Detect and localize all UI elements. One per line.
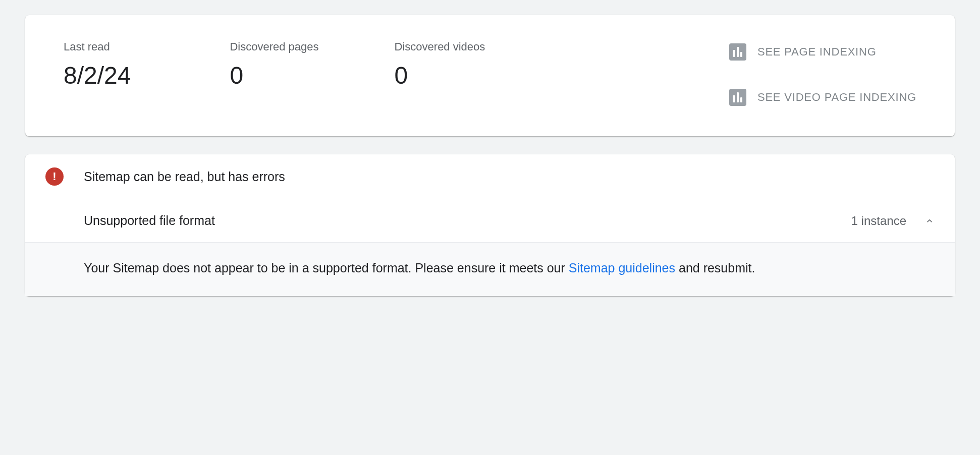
stat-last-read: Last read 8/2/24 <box>64 40 131 88</box>
actions-column: SEE PAGE INDEXING SEE VIDEO PAGE INDEXIN… <box>729 40 916 106</box>
error-detail-prefix: Your Sitemap does not appear to be in a … <box>84 261 569 275</box>
see-page-indexing-button[interactable]: SEE PAGE INDEXING <box>729 43 916 61</box>
error-icon: ! <box>45 167 64 186</box>
error-detail-panel: Your Sitemap does not appear to be in a … <box>25 243 955 296</box>
stat-discovered-pages: Discovered pages 0 <box>230 40 318 88</box>
error-item-right: 1 instance <box>851 214 935 228</box>
see-page-indexing-label: SEE PAGE INDEXING <box>757 45 877 59</box>
error-detail-suffix: and resubmit. <box>675 261 755 275</box>
stat-value-last-read: 8/2/24 <box>64 64 131 88</box>
errors-card: ! Sitemap can be read, but has errors Un… <box>25 154 955 296</box>
stat-value-pages: 0 <box>230 64 318 88</box>
stats-card: Last read 8/2/24 Discovered pages 0 Disc… <box>25 15 955 136</box>
bar-chart-icon <box>729 43 746 61</box>
see-video-page-indexing-label: SEE VIDEO PAGE INDEXING <box>757 91 916 104</box>
error-header: ! Sitemap can be read, but has errors <box>25 154 955 199</box>
see-video-page-indexing-button[interactable]: SEE VIDEO PAGE INDEXING <box>729 89 916 106</box>
chevron-up-icon <box>924 216 935 226</box>
stat-value-videos: 0 <box>395 64 485 88</box>
error-header-title: Sitemap can be read, but has errors <box>84 169 285 184</box>
stat-discovered-videos: Discovered videos 0 <box>395 40 485 88</box>
error-item-row[interactable]: Unsupported file format 1 instance <box>25 199 955 243</box>
sitemap-guidelines-link[interactable]: Sitemap guidelines <box>569 261 675 275</box>
bar-chart-icon <box>729 89 746 106</box>
stat-label-last-read: Last read <box>64 40 131 53</box>
error-item-title: Unsupported file format <box>84 213 215 228</box>
stat-label-videos: Discovered videos <box>395 40 485 53</box>
error-instance-count: 1 instance <box>851 214 906 228</box>
stat-label-pages: Discovered pages <box>230 40 318 53</box>
